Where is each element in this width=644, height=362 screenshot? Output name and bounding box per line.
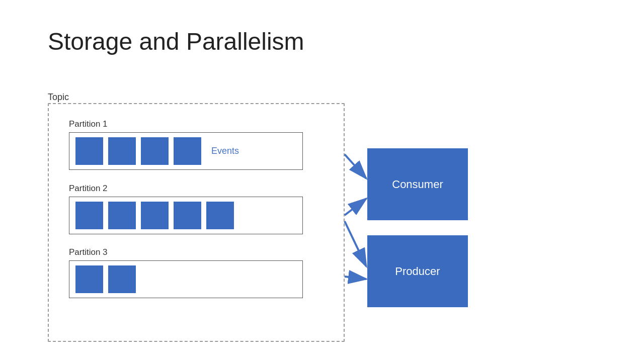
event-block bbox=[206, 202, 234, 229]
svg-line-2 bbox=[345, 199, 366, 215]
topic-box: Partition 1 Events Partition 2 Partition… bbox=[48, 103, 345, 342]
event-block bbox=[174, 202, 201, 229]
partition-1-events-box: Events bbox=[69, 132, 303, 170]
event-block bbox=[108, 137, 136, 165]
event-block bbox=[141, 202, 169, 229]
event-block bbox=[141, 137, 169, 165]
partition-2-events-box bbox=[69, 197, 303, 234]
event-block bbox=[75, 265, 103, 293]
event-block bbox=[108, 265, 136, 293]
partition-2-section: Partition 2 bbox=[69, 184, 303, 234]
events-label: Events bbox=[211, 146, 239, 156]
event-block bbox=[75, 137, 103, 165]
svg-line-4 bbox=[345, 277, 366, 279]
producer-box: Producer bbox=[367, 235, 468, 307]
consumer-label: Consumer bbox=[392, 178, 443, 191]
event-block bbox=[174, 137, 201, 165]
partition-2-label: Partition 2 bbox=[69, 184, 303, 194]
svg-line-1 bbox=[345, 154, 366, 178]
partition-3-events-box bbox=[69, 260, 303, 298]
consumer-box: Consumer bbox=[367, 148, 468, 220]
producer-label: Producer bbox=[395, 265, 440, 278]
page-title: Storage and Parallelism bbox=[48, 28, 304, 55]
event-block bbox=[75, 202, 103, 229]
topic-label: Topic bbox=[48, 92, 69, 103]
event-block bbox=[108, 202, 136, 229]
svg-line-3 bbox=[345, 221, 366, 266]
partition-3-label: Partition 3 bbox=[69, 247, 303, 257]
partition-1-label: Partition 1 bbox=[69, 119, 303, 129]
partition-3-section: Partition 3 bbox=[69, 247, 303, 298]
partition-1-section: Partition 1 Events bbox=[69, 119, 303, 170]
